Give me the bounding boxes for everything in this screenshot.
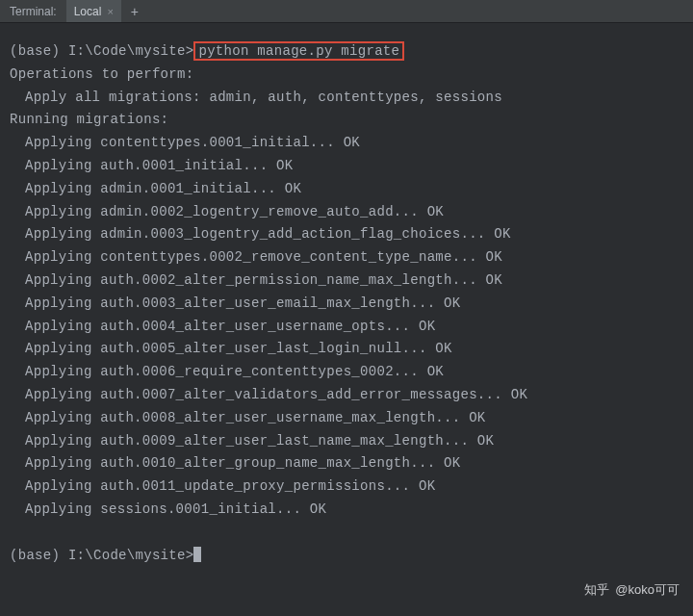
zhihu-brand: 知乎: [584, 581, 609, 599]
output-line: Applying sessions.0001_initial... OK: [10, 499, 683, 522]
output-line: Applying auth.0010_alter_group_name_max_…: [10, 452, 683, 475]
add-tab-button[interactable]: +: [121, 4, 148, 19]
output-line: Applying contenttypes.0002_remove_conten…: [10, 246, 683, 270]
watermark-handle: @koko可可: [615, 581, 680, 599]
prompt-line: (base) I:\Code\mysite>python manage.py m…: [10, 40, 683, 64]
output-line: Applying admin.0002_logentry_remove_auto…: [10, 201, 683, 224]
output-line: Applying auth.0002_alter_permission_name…: [10, 270, 683, 293]
output-line: Applying admin.0003_logentry_add_action_…: [10, 223, 683, 246]
output-line: Applying auth.0009_alter_user_last_name_…: [10, 430, 683, 453]
output-line: Running migrations:: [10, 109, 683, 132]
output-line: [10, 522, 683, 545]
cursor-icon: [193, 547, 201, 562]
prompt-line-active[interactable]: (base) I:\Code\mysite>: [10, 545, 683, 568]
prompt: (base) I:\Code\mysite>: [10, 548, 193, 563]
terminal-tab-bar: Terminal: Local × +: [0, 0, 693, 23]
output-line: Applying auth.0003_alter_user_email_max_…: [10, 293, 683, 316]
tab-local[interactable]: Local ×: [66, 0, 121, 22]
output-line: Applying auth.0004_alter_user_username_o…: [10, 316, 683, 339]
output-line: Applying auth.0008_alter_user_username_m…: [10, 407, 683, 430]
highlighted-command: python manage.py migrate: [193, 41, 404, 61]
tab-name: Local: [74, 5, 102, 18]
output-line: Applying admin.0001_initial... OK: [10, 178, 683, 201]
output-line: Applying contenttypes.0001_initial... OK: [10, 132, 683, 155]
output-line: Applying auth.0001_initial... OK: [10, 155, 683, 178]
output-line: Operations to perform:: [10, 64, 683, 87]
prompt: (base) I:\Code\mysite>: [10, 43, 193, 59]
close-icon[interactable]: ×: [107, 6, 113, 17]
output-line: Applying auth.0005_alter_user_last_login…: [10, 338, 683, 361]
terminal-output[interactable]: (base) I:\Code\mysite>python manage.py m…: [0, 23, 693, 577]
output-line: Applying auth.0011_update_proxy_permissi…: [10, 475, 683, 499]
watermark: 知乎 @koko可可: [584, 581, 680, 599]
output-line: Apply all migrations: admin, auth, conte…: [10, 87, 683, 110]
terminal-title: Terminal:: [0, 2, 66, 21]
output-line: Applying auth.0006_require_contenttypes_…: [10, 361, 683, 384]
output-line: Applying auth.0007_alter_validators_add_…: [10, 384, 683, 407]
